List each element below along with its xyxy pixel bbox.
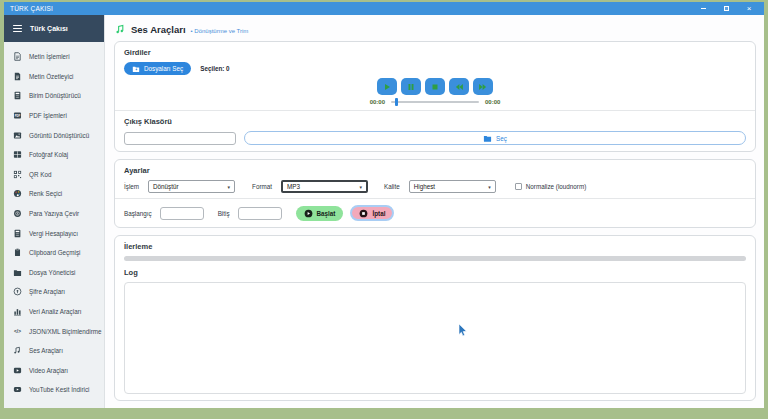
- total-time-label: 00:00: [485, 99, 500, 105]
- end-time-input[interactable]: [238, 207, 282, 220]
- sidebar-item-image[interactable]: Görüntü Dönüştürücü: [4, 125, 104, 145]
- play-button[interactable]: [377, 78, 397, 95]
- collage-icon: [13, 150, 22, 159]
- seek-slider-handle[interactable]: [395, 98, 398, 106]
- start-button[interactable]: Başlat: [296, 206, 344, 221]
- sidebar-item-palette[interactable]: Renk Seçici: [4, 184, 104, 204]
- select-files-button[interactable]: Dosyaları Seç: [124, 62, 191, 75]
- rewind-button[interactable]: [449, 78, 469, 95]
- chart-icon: [13, 307, 22, 316]
- sidebar-item-summary-file[interactable]: Metin Özetleyici: [4, 67, 104, 87]
- sidebar-header[interactable]: Türk Çakısı: [4, 15, 104, 42]
- maximize-icon: [724, 6, 729, 11]
- progress-bar: [124, 256, 746, 261]
- fast-forward-icon: [478, 82, 488, 92]
- play-circle-icon: [304, 209, 313, 218]
- close-button[interactable]: ×: [742, 4, 756, 13]
- sidebar-item-label: YouTube Kesit İndirici: [29, 386, 89, 393]
- sidebar-item-lock[interactable]: Şifre Araçları: [4, 282, 104, 302]
- pdf-icon: PDF: [13, 111, 22, 120]
- sidebar-item-calculator[interactable]: Birim Dönüştürücü: [4, 86, 104, 106]
- format-label: Format: [252, 183, 272, 190]
- sidebar: Türk Çakısı Metin İşlemleri Metin Özetle…: [4, 15, 105, 408]
- money-icon: [13, 209, 22, 218]
- minimize-button[interactable]: [696, 4, 710, 13]
- qr-icon: [13, 170, 22, 179]
- select-files-label: Dosyaları Seç: [144, 65, 183, 72]
- sidebar-item-label: JSON/XML Biçimlendirme: [29, 328, 102, 335]
- normalize-checkbox[interactable]: [515, 183, 522, 190]
- image-icon: [13, 131, 22, 140]
- stop-icon: [430, 82, 440, 92]
- quality-select[interactable]: Highest ▾: [409, 180, 496, 193]
- folder-icon: [13, 268, 22, 277]
- seek-slider[interactable]: [391, 101, 479, 103]
- lock-icon: [13, 287, 22, 296]
- sidebar-item-calculator[interactable]: Vergi Hesaplayıcı: [4, 223, 104, 243]
- window-controls: ×: [696, 4, 758, 13]
- pause-icon: [406, 82, 416, 92]
- sidebar-item-clipboard[interactable]: Clipboard Geçmişi: [4, 243, 104, 263]
- text-file-icon: [13, 52, 22, 61]
- quality-label: Kalite: [384, 183, 400, 190]
- normalize-checkbox-wrap[interactable]: Normalize (loudnorm): [515, 183, 587, 190]
- format-select[interactable]: MP3 ▾: [281, 180, 368, 193]
- sidebar-item-label: Birim Dönüştürücü: [29, 92, 81, 99]
- sidebar-item-label: Para Yazıya Çevir: [29, 210, 79, 217]
- svg-text:</>: </>: [14, 329, 21, 334]
- stop-button[interactable]: [425, 78, 445, 95]
- pause-button[interactable]: [401, 78, 421, 95]
- sidebar-item-video[interactable]: Video Araçları: [4, 361, 104, 381]
- calculator-icon: [13, 91, 22, 100]
- file-select-row: Dosyaları Seç Seçilen: 0: [124, 62, 746, 75]
- log-output[interactable]: [124, 282, 746, 394]
- page-header: Ses Araçları • Dönüştürme ve Trim: [115, 22, 756, 35]
- sidebar-item-folder[interactable]: Dosya Yöneticisi: [4, 263, 104, 283]
- sidebar-app-name: Türk Çakısı: [30, 25, 68, 32]
- panel-divider: [115, 198, 755, 199]
- rewind-icon: [454, 82, 464, 92]
- clipboard-icon: [13, 248, 22, 257]
- sidebar-item-label: Metin İşlemleri: [29, 53, 70, 60]
- sidebar-item-code[interactable]: </> JSON/XML Biçimlendirme: [4, 321, 104, 341]
- sidebar-item-youtube[interactable]: YouTube Kesit İndirici: [4, 380, 104, 400]
- page-subtitle: • Dönüştürme ve Trim: [191, 28, 249, 34]
- panel-divider: [115, 110, 755, 111]
- video-icon: [13, 366, 22, 375]
- end-time-label: Bitiş: [218, 210, 230, 217]
- settings-panel: Ayarlar İşlem Dönüştür ▾ Format MP3 ▾ Ka…: [114, 159, 756, 228]
- choose-folder-button[interactable]: Seç: [244, 131, 746, 145]
- sidebar-item-collage[interactable]: Fotoğraf Kolaj: [4, 145, 104, 165]
- start-button-label: Başlat: [317, 210, 336, 217]
- close-icon: ×: [747, 5, 752, 13]
- sidebar-item-label: Şifre Araçları: [29, 288, 65, 295]
- folder-icon: [483, 134, 492, 143]
- summary-file-icon: [13, 72, 22, 81]
- sidebar-item-label: Vergi Hesaplayıcı: [29, 230, 78, 237]
- sidebar-item-text-file[interactable]: Metin İşlemleri: [4, 47, 104, 67]
- folder-open-icon: [132, 65, 140, 73]
- maximize-button[interactable]: [719, 4, 733, 13]
- start-time-input[interactable]: [160, 207, 204, 220]
- sidebar-item-money[interactable]: Para Yazıya Çevir: [4, 204, 104, 224]
- sidebar-item-pdf[interactable]: PDF PDF İşlemleri: [4, 106, 104, 126]
- normalize-label: Normalize (loudnorm): [526, 183, 587, 190]
- forward-button[interactable]: [473, 78, 493, 95]
- quality-value: Highest: [414, 183, 435, 190]
- app-window: TÜRK ÇAKISI × Türk Çakısı Metin İşlemler…: [4, 2, 764, 408]
- cancel-button[interactable]: İptal: [350, 205, 394, 221]
- sidebar-item-label: Video Araçları: [29, 367, 68, 374]
- sidebar-item-label: Dosya Yöneticisi: [29, 269, 75, 276]
- inputs-title: Girdiler: [124, 48, 746, 57]
- start-time-label: Başlangıç: [124, 210, 152, 217]
- calculator-icon: [13, 229, 22, 238]
- choose-folder-label: Seç: [496, 135, 507, 142]
- menu-icon[interactable]: [13, 25, 22, 32]
- chevron-down-icon: ▾: [228, 184, 231, 190]
- sidebar-item-chart[interactable]: Veri Analiz Araçları: [4, 302, 104, 322]
- output-folder-input[interactable]: [124, 132, 236, 145]
- output-folder-row: Seç: [124, 131, 746, 145]
- sidebar-item-qr[interactable]: QR Kod: [4, 165, 104, 185]
- operation-select[interactable]: Dönüştür ▾: [148, 180, 235, 193]
- sidebar-item-music[interactable]: Ses Araçları: [4, 341, 104, 361]
